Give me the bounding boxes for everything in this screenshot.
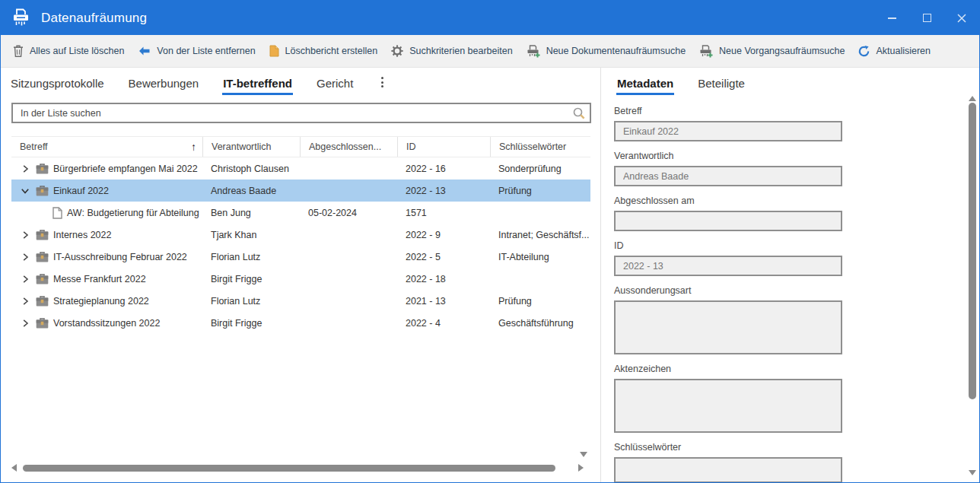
cell-abgeschlossen: 05-02-2024: [300, 208, 397, 218]
cell-verantwortlich: Birgit Frigge: [202, 274, 300, 284]
list-scroll-down-button[interactable]: [580, 452, 587, 457]
cell-schluesselwoerter: Prüfung: [490, 186, 590, 196]
cell-verantwortlich: Florian Lutz: [202, 252, 300, 262]
toolbar-button-edit-search-criteria[interactable]: Suchkriterien bearbeiten: [387, 42, 517, 60]
column-header-schluesselwoerter[interactable]: Schlüsselwörter: [490, 137, 590, 157]
case-icon: [36, 164, 49, 174]
tab-bewerbungen[interactable]: Bewerbungen: [128, 72, 200, 95]
cell-verantwortlich: Birgit Frigge: [202, 318, 300, 329]
scroll-left-button[interactable]: [11, 464, 17, 472]
close-button[interactable]: [944, 1, 979, 35]
cell-id: 2021 - 13: [397, 296, 490, 307]
field-aussonderungsart-label: Aussonderungsart: [614, 285, 966, 296]
chevron-right-icon[interactable]: [19, 251, 31, 263]
tab-beteiligte[interactable]: Beteiligte: [697, 72, 746, 95]
cell-id: 2022 - 9: [397, 230, 490, 240]
minimize-icon: [888, 17, 896, 19]
result-list-panel: Sitzungsprotokolle Bewerbungen IT-betref…: [1, 68, 601, 482]
v-scrollbar-thumb[interactable]: [969, 103, 976, 399]
toolbar-button-new-document-cleanup-search[interactable]: Neue Dokumentenaufräumsuche: [522, 42, 690, 61]
cell-schluesselwoerter: Prüfung: [490, 296, 590, 307]
shredder-app-icon: [11, 8, 31, 28]
list-tabs: Sitzungsprotokolle Bewerbungen IT-betref…: [1, 68, 600, 97]
chevron-right-icon[interactable]: [19, 317, 31, 329]
cell-betreff: Vorstandssitzungen 2022: [11, 317, 202, 329]
search-input[interactable]: [11, 103, 591, 123]
table-row[interactable]: Vorstandssitzungen 2022 Birgit Frigge 20…: [11, 312, 590, 334]
h-scrollbar-thumb[interactable]: [23, 465, 555, 472]
toolbar-button-label: Aktualisieren: [876, 46, 931, 56]
case-icon: [36, 296, 49, 307]
chevron-right-icon[interactable]: [19, 163, 31, 175]
table-row[interactable]: Internes 2022 Tjark Khan 2022 - 9 Intran…: [11, 224, 590, 246]
minimize-button[interactable]: [874, 1, 909, 35]
table-row-child[interactable]: AW: Budgetierung für Abteilung Ben Jung …: [11, 202, 590, 224]
field-id-input: [614, 256, 842, 276]
table-row[interactable]: IT-Ausschreibung Februar 2022 Florian Lu…: [11, 246, 590, 268]
case-icon: [36, 230, 49, 240]
details-tabs: Metadaten Beteiligte: [601, 68, 966, 97]
toolbar-button-label: Von der Liste entfernen: [157, 46, 255, 56]
column-header-abgeschlossen[interactable]: Abgeschlossen...: [300, 137, 397, 157]
tab-gericht[interactable]: Gericht: [316, 72, 354, 95]
cell-betreff: IT-Ausschreibung Februar 2022: [11, 251, 202, 263]
toolbar-button-delete-all-on-list[interactable]: Alles auf Liste löschen: [8, 42, 129, 60]
vertical-scrollbar[interactable]: [966, 68, 979, 482]
cell-schluesselwoerter: IT-Abteilung: [490, 252, 590, 262]
cell-id: 2022 - 13: [397, 186, 490, 196]
toolbar-button-remove-from-list[interactable]: Von der Liste entfernen: [133, 43, 259, 59]
toolbar-button-label: Suchkriterien bearbeiten: [409, 46, 513, 56]
case-icon: [36, 274, 49, 284]
column-header-label: Betreff: [20, 141, 48, 152]
tab-overflow-menu[interactable]: [377, 72, 388, 95]
more-options-icon: [381, 77, 383, 79]
toolbar-button-new-case-cleanup-search[interactable]: Neue Vorgangsaufräumsuche: [695, 42, 849, 61]
arrow-left-icon: [138, 46, 151, 56]
chevron-right-icon[interactable]: [19, 273, 31, 285]
field-aktenzeichen-label: Aktenzeichen: [614, 364, 966, 374]
gear-icon: [391, 45, 403, 57]
cell-schluesselwoerter: Intranet; Geschäftsf...: [490, 230, 590, 240]
table-body: Bürgerbriefe empfangen Mai 2022 Christop…: [11, 157, 590, 334]
field-betreff-input: [614, 121, 842, 141]
tab-metadaten[interactable]: Metadaten: [616, 72, 674, 95]
h-scrollbar-track[interactable]: [21, 464, 574, 472]
chevron-down-icon[interactable]: [19, 185, 31, 197]
field-verantwortlich-label: Verantwortlich: [614, 151, 966, 161]
details-panel: Metadaten Beteiligte Betreff Verantwortl…: [601, 68, 966, 482]
toolbar-button-create-delete-report[interactable]: Löschbericht erstellen: [265, 42, 383, 60]
app-window: Datenaufräumung Alles auf: [0, 0, 980, 483]
cell-betreff: Messe Frankfurt 2022: [11, 273, 202, 285]
scroll-right-button[interactable]: [578, 464, 584, 472]
cell-id: 2022 - 18: [397, 274, 490, 284]
row-title: Strategieplanung 2022: [53, 296, 149, 307]
toolbar-button-label: Neue Dokumentenaufräumsuche: [546, 46, 686, 56]
horizontal-scrollbar[interactable]: [11, 464, 584, 472]
cell-verantwortlich: Christoph Clausen: [202, 164, 300, 174]
column-header-betreff[interactable]: Betreff ↑: [11, 137, 202, 157]
toolbar-button-label: Alles auf Liste löschen: [30, 46, 124, 56]
field-abgeschlossen-am-label: Abgeschlossen am: [614, 195, 966, 206]
field-aussonderungsart-input: [614, 300, 842, 354]
tab-it-betreffend[interactable]: IT-betreffend: [222, 72, 293, 95]
tab-sitzungsprotokolle[interactable]: Sitzungsprotokolle: [10, 72, 105, 95]
row-title: Messe Frankfurt 2022: [53, 274, 146, 284]
scroll-up-button[interactable]: [969, 96, 976, 101]
table-row[interactable]: Bürgerbriefe empfangen Mai 2022 Christop…: [11, 157, 590, 180]
cell-id: 1571: [397, 208, 490, 218]
column-header-verantwortlich[interactable]: Verantwortlich: [202, 137, 300, 157]
chevron-right-icon[interactable]: [19, 229, 31, 241]
table-row[interactable]: Messe Frankfurt 2022 Birgit Frigge 2022 …: [11, 268, 590, 290]
table-row-selected[interactable]: Einkauf 2022 Andreas Baade 2022 - 13 Prü…: [11, 180, 590, 202]
cell-betreff: Strategieplanung 2022: [11, 295, 202, 307]
column-header-id[interactable]: ID: [397, 137, 490, 157]
case-icon: [36, 318, 49, 329]
chevron-right-icon[interactable]: [19, 295, 31, 307]
row-title: AW: Budgetierung für Abteilung: [67, 208, 199, 218]
maximize-button[interactable]: [909, 1, 944, 35]
table-row[interactable]: Strategieplanung 2022 Florian Lutz 2021 …: [11, 290, 590, 312]
toolbar-button-refresh[interactable]: Aktualisieren: [854, 43, 935, 60]
field-aktenzeichen-input: [614, 379, 842, 433]
report-icon: [269, 45, 279, 57]
scroll-down-button[interactable]: [969, 470, 976, 475]
